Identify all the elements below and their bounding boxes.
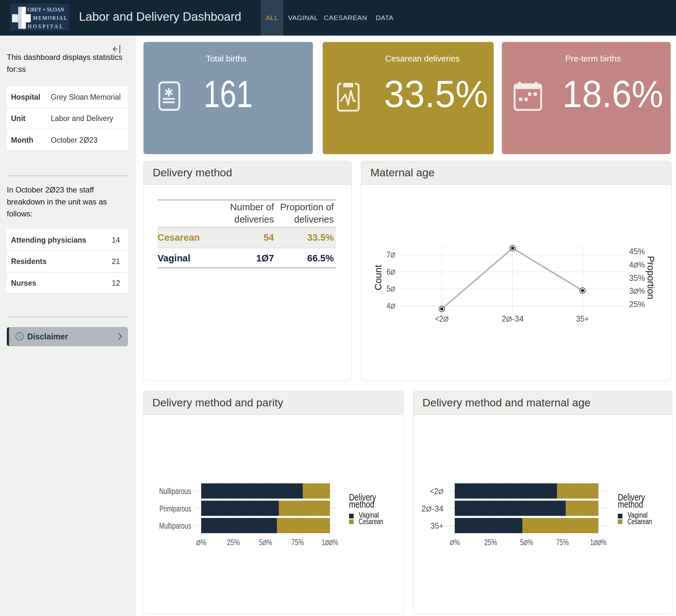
svg-text:2Ø-34: 2Ø-34 <box>421 504 443 513</box>
svg-text:6Ø: 6Ø <box>387 267 395 276</box>
svg-text:Primiparous: Primiparous <box>160 504 191 513</box>
svg-text:35%: 35% <box>629 273 645 282</box>
svg-text:4Ø%: 4Ø% <box>629 260 645 269</box>
svg-text:3Ø%: 3Ø% <box>629 286 645 295</box>
svg-text:4Ø: 4Ø <box>387 301 395 310</box>
svg-text:Cesarean: Cesarean <box>359 517 383 526</box>
svg-text:Proportion: Proportion <box>645 256 656 299</box>
svg-text:45%: 45% <box>629 247 645 256</box>
svg-text:5Ø%: 5Ø% <box>520 538 533 547</box>
svg-text:Multiparous: Multiparous <box>159 521 191 530</box>
svg-text:Ø%: Ø% <box>450 538 460 547</box>
svg-text:25%: 25% <box>227 538 240 547</box>
svg-text:25%: 25% <box>629 299 645 309</box>
svg-text:5Ø%: 5Ø% <box>259 538 272 547</box>
svg-text:Nulliparous: Nulliparous <box>159 487 191 496</box>
svg-text:75%: 75% <box>556 538 569 547</box>
svg-text:1ØØ%: 1ØØ% <box>590 538 607 547</box>
svg-text:<2Ø: <2Ø <box>430 487 443 496</box>
svg-text:5Ø: 5Ø <box>387 284 395 293</box>
svg-text:Ø%: Ø% <box>196 538 206 547</box>
svg-text:Count: Count <box>373 265 383 290</box>
svg-text:i: i <box>19 333 20 340</box>
svg-text:75%: 75% <box>291 538 304 547</box>
svg-text:25%: 25% <box>484 538 497 547</box>
svg-text:1ØØ%: 1ØØ% <box>322 538 338 547</box>
svg-text:<2Ø: <2Ø <box>435 314 449 323</box>
svg-text:method: method <box>618 499 643 510</box>
svg-text:2Ø-34: 2Ø-34 <box>502 314 524 323</box>
svg-text:35+: 35+ <box>576 314 589 323</box>
svg-text:Cesarean: Cesarean <box>627 517 652 526</box>
svg-text:35+: 35+ <box>431 521 443 530</box>
svg-text:method: method <box>349 499 374 510</box>
svg-text:7Ø: 7Ø <box>387 250 395 259</box>
